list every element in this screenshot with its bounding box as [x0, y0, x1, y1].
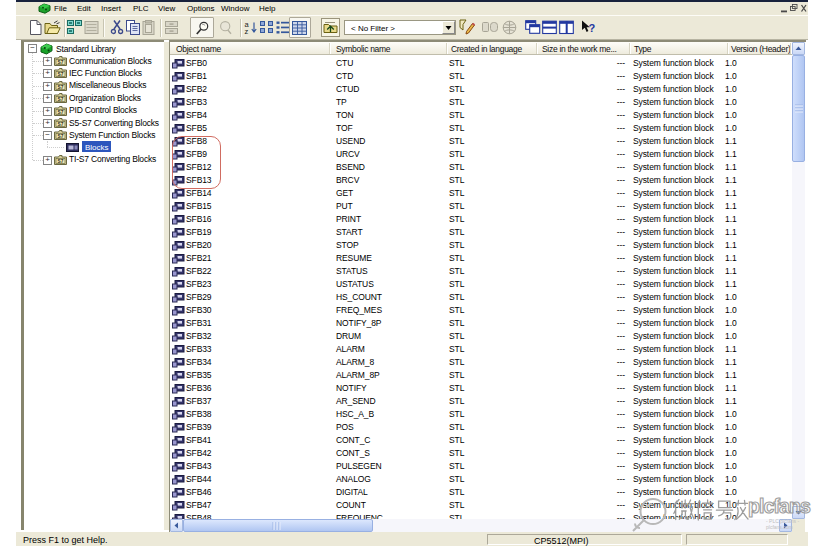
- svg-text:S7: S7: [58, 159, 64, 164]
- svg-text:S7: S7: [58, 97, 64, 102]
- svg-text:z: z: [245, 27, 249, 35]
- svg-text:S7: S7: [58, 60, 64, 65]
- svg-text:S7: S7: [58, 122, 64, 127]
- svg-text:S7: S7: [58, 85, 64, 90]
- svg-text:S7: S7: [58, 72, 64, 77]
- svg-text:?: ?: [589, 22, 596, 34]
- svg-text:S7: S7: [58, 110, 64, 115]
- svg-text:S7: S7: [58, 134, 64, 139]
